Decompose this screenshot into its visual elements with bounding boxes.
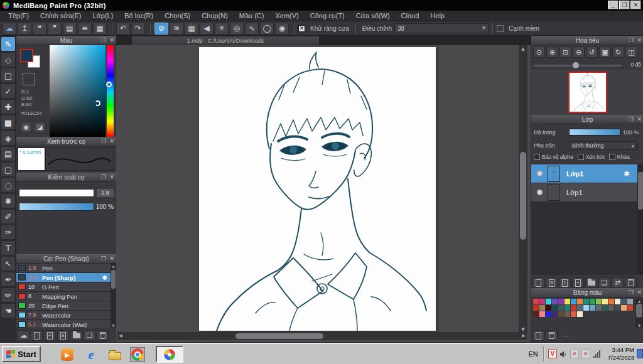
layer-list-scrollbar[interactable]: [637, 164, 643, 275]
text-tool[interactable]: T: [1, 240, 16, 255]
correction-wave-button[interactable]: ≋: [170, 23, 183, 35]
canvas[interactable]: [199, 47, 436, 331]
export-button[interactable]: ↥: [18, 23, 31, 35]
Watercolor[interactable]: 7.9 Watercolor ✱: [16, 311, 116, 320]
palette-swatch[interactable]: [533, 299, 539, 304]
brush-size-slider[interactable]: [19, 189, 94, 197]
document-button[interactable]: ▤: [63, 23, 77, 35]
no-correction-button[interactable]: ⊘: [154, 23, 168, 35]
Edge Pen[interactable]: 20 Edge Pen ✱: [16, 301, 116, 311]
palette-swatch[interactable]: [546, 299, 551, 304]
palette-swatch[interactable]: [552, 299, 558, 304]
update-alert-icon[interactable]: ✕: [581, 350, 590, 358]
palette-swatch[interactable]: [539, 305, 545, 311]
layer-option-checkbox[interactable]: [578, 154, 584, 160]
clock[interactable]: 3:44 PM 7/24/2023: [608, 346, 634, 361]
chat-button[interactable]: ❞: [48, 23, 62, 35]
duplicate-brush-button[interactable]: ❏: [84, 330, 95, 341]
palette-swatch[interactable]: [546, 305, 551, 311]
new-8bit-layer-button[interactable]: 8: [546, 277, 558, 288]
palette-swatch[interactable]: [539, 311, 545, 317]
menu-item[interactable]: Màu (C): [234, 12, 270, 19]
palette-swatch[interactable]: [627, 305, 633, 311]
popout-icon[interactable]: ❐: [101, 36, 106, 44]
bucket-tool[interactable]: ◈: [1, 131, 16, 146]
palette-swatch[interactable]: [590, 299, 595, 304]
cloud-save-button[interactable]: ☁: [3, 23, 16, 35]
language-indicator[interactable]: EN: [528, 350, 538, 358]
lock-button[interactable]: ◫: [625, 46, 637, 58]
palette-swatch[interactable]: [596, 305, 602, 311]
menu-item[interactable]: Bộ lọc(R): [119, 12, 159, 19]
palette-icon[interactable]: ◉: [20, 122, 32, 132]
correction-ellipse-button[interactable]: ◯: [260, 23, 274, 35]
Pen (Sharp)[interactable]: 1.8 Pen (Sharp) ✱: [16, 273, 116, 282]
correction-radial-button[interactable]: ✳: [215, 23, 229, 35]
select-rect-tool[interactable]: ▢: [1, 162, 16, 177]
material-list-button[interactable]: ≡: [78, 23, 92, 35]
select-eraser-tool[interactable]: ✑: [1, 225, 16, 240]
edit-panel-button[interactable]: ▦: [93, 23, 107, 35]
Mapping Pen[interactable]: 8 Mapping Pen ✱: [16, 292, 116, 301]
navigator-thumbnail[interactable]: [568, 72, 607, 113]
new-brush-button[interactable]: [31, 330, 43, 341]
close-icon[interactable]: ✕: [109, 36, 114, 44]
menu-item[interactable]: Cửa sổ(W): [350, 12, 396, 19]
palette-swatch[interactable]: [552, 311, 558, 317]
foreground-color-swatch[interactable]: [20, 49, 33, 62]
script-brush-button[interactable]: S: [57, 330, 69, 341]
hue-slider[interactable]: [107, 45, 114, 137]
close-icon[interactable]: ✕: [637, 115, 642, 123]
Pen[interactable]: 1.8 Pen ✱: [16, 264, 116, 273]
popout-icon[interactable]: ❐: [101, 137, 106, 145]
palette-swatch[interactable]: [621, 305, 627, 311]
palette-swatch[interactable]: [596, 299, 602, 304]
palette-swatch[interactable]: [546, 311, 551, 317]
document-tab[interactable]: 1.mdp - C:/Users/o/Downloads: [131, 36, 320, 45]
popout-icon[interactable]: ❐: [101, 173, 106, 181]
lasso-tool[interactable]: ◌: [1, 178, 16, 193]
soft-edge-checkbox[interactable]: [497, 25, 504, 32]
eraser-tool[interactable]: ◇: [1, 52, 16, 67]
volume-icon[interactable]: [559, 350, 568, 358]
duplicate-layer-button[interactable]: ❏: [598, 277, 610, 288]
delete-color-button[interactable]: [546, 330, 558, 341]
menu-item[interactable]: Chụp(N): [196, 12, 234, 19]
move-tool[interactable]: ✚: [1, 99, 16, 114]
chrome-icon[interactable]: [130, 347, 145, 362]
brush-folder-button[interactable]: [70, 330, 82, 341]
undo-icon[interactable]: ↶: [116, 23, 130, 35]
palette-swatch[interactable]: [558, 299, 564, 304]
menu-item[interactable]: Chọn(S): [159, 12, 196, 19]
layer-option-checkbox[interactable]: [609, 154, 615, 160]
fit-screen-button[interactable]: ⊡: [559, 46, 571, 58]
restore-button[interactable]: ❐: [619, 1, 630, 9]
close-icon[interactable]: ✕: [109, 255, 114, 262]
add-layer-menu-button[interactable]: +: [572, 277, 584, 288]
fill-rect-tool[interactable]: ■: [1, 115, 16, 130]
menu-item[interactable]: Tệp(F): [3, 12, 35, 19]
close-icon[interactable]: ✕: [109, 173, 114, 181]
close-icon[interactable]: ✕: [109, 137, 114, 145]
Lớp1[interactable]: Lớp1 ✱: [531, 164, 643, 183]
new-color-button[interactable]: [532, 330, 544, 341]
comment-button[interactable]: ❝: [33, 23, 46, 35]
hand-tool[interactable]: ☚: [1, 303, 16, 318]
popout-icon[interactable]: ❐: [101, 255, 106, 262]
zoom-out-button[interactable]: ⊖: [573, 46, 585, 58]
rotate-cw-button[interactable]: ↻: [612, 46, 624, 58]
delete-layer-button[interactable]: [625, 277, 637, 288]
brush-opacity-slider[interactable]: [19, 203, 94, 211]
palette-swatch[interactable]: [602, 305, 608, 311]
layer-opacity-slider[interactable]: [569, 129, 620, 136]
close-icon[interactable]: ✕: [637, 289, 642, 296]
script-brush-tool[interactable]: ✒: [1, 272, 16, 287]
new-1bit-layer-button[interactable]: 1: [559, 277, 571, 288]
palette-swatch[interactable]: [608, 299, 614, 304]
close-button[interactable]: ✕: [630, 1, 641, 9]
start-button[interactable]: Start: [2, 346, 41, 362]
menu-item[interactable]: Help: [424, 12, 450, 19]
medibang-task-button[interactable]: [156, 346, 183, 363]
new-layer-button[interactable]: [532, 277, 544, 288]
download-brush-button[interactable]: ☁: [18, 330, 30, 341]
